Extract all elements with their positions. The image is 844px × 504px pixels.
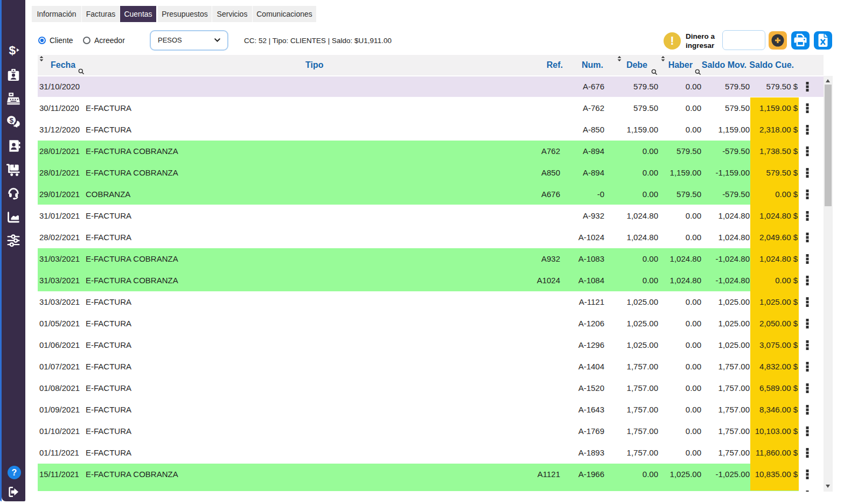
svg-text:$: $ — [10, 116, 14, 124]
svg-text:$: $ — [9, 43, 16, 57]
